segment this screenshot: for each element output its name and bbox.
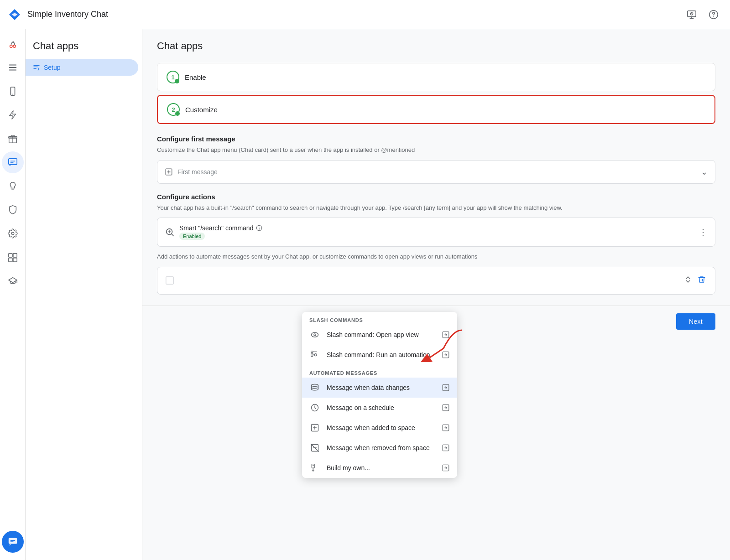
nav-chat-fab[interactable]: [2, 531, 24, 553]
svg-rect-12: [9, 70, 16, 71]
action-row-controls: [682, 274, 708, 288]
dropdown-schedule-label: Message on a schedule: [327, 404, 435, 411]
shield-icon: [8, 205, 18, 215]
cherry-icon: [8, 39, 18, 49]
add-actions-desc: Add actions to automate messages sent by…: [157, 252, 715, 261]
dropdown-data-changes-label: Message when data changes: [327, 384, 435, 391]
svg-point-34: [314, 354, 317, 356]
enabled-badge: Enabled: [179, 233, 205, 240]
chat-fab-icon: [8, 537, 18, 547]
step1-circle: 1: [167, 71, 179, 83]
bulb-icon: [8, 181, 18, 191]
svg-rect-19: [8, 254, 12, 257]
app-title: Simple Inventory Chat: [27, 10, 677, 19]
step1-number: 1: [171, 74, 174, 81]
main-content: Chat apps 1 Enable 2 Customize Configure…: [142, 29, 730, 560]
sidebar-item-setup[interactable]: Setup: [26, 59, 138, 76]
more-options-btn[interactable]: ⋮: [699, 227, 708, 238]
svg-rect-10: [9, 65, 16, 66]
svg-rect-32: [311, 353, 313, 357]
nav-icon-shield[interactable]: [2, 199, 24, 221]
first-message-title: Configure first message: [157, 135, 715, 143]
nav-icon-settings[interactable]: [2, 223, 24, 244]
settings-icon: [8, 228, 18, 239]
svg-point-36: [312, 384, 318, 387]
dropdown-menu: SLASH COMMANDS Slash command: Open app v…: [302, 312, 457, 478]
action-row-icon: [165, 275, 175, 285]
topbar: Simple Inventory Chat: [0, 0, 730, 29]
add-space-icon: [309, 423, 320, 432]
left-nav: [0, 29, 26, 560]
dropdown-item-data-changes[interactable]: Message when data changes: [302, 378, 457, 398]
arrow-right-box-icon3: [442, 404, 450, 412]
dropdown-item-open-app-view[interactable]: Slash command: Open app view: [302, 325, 457, 345]
smart-search-label: Smart "/search" command: [179, 224, 253, 232]
help-icon-btn[interactable]: [704, 5, 723, 24]
configure-actions-title: Configure actions: [157, 193, 715, 201]
svg-point-18: [11, 232, 14, 235]
main-layout: Chat apps Setup Chat apps 1 Enable 2: [0, 29, 730, 560]
svg-point-45: [313, 465, 314, 466]
nav-icon-education[interactable]: [2, 270, 24, 292]
first-message-placeholder: First message: [177, 168, 696, 176]
arrow-right-box-selected-icon: [442, 384, 450, 392]
next-button[interactable]: Next: [676, 313, 715, 330]
database-icon: [309, 383, 320, 392]
page-title: Chat apps: [142, 29, 730, 59]
setup-icon: [33, 64, 40, 71]
sidebar-title: Chat apps: [26, 36, 142, 59]
dropdown-item-auto-label: Slash command: Run an automation: [327, 351, 435, 358]
wrench-icon: [309, 463, 320, 472]
step1-check: [175, 79, 179, 83]
action-delete-btn[interactable]: [696, 274, 708, 288]
svg-point-8: [10, 45, 12, 48]
nav-icon-mobile[interactable]: [2, 80, 24, 102]
svg-point-7: [713, 16, 714, 16]
dropdown-removed-label: Message when removed from space: [327, 444, 435, 451]
sidebar-item-setup-label: Setup: [44, 64, 61, 71]
dropdown-added-label: Message when added to space: [327, 424, 435, 431]
svg-rect-20: [13, 254, 16, 257]
svg-point-30: [314, 334, 316, 336]
svg-rect-33: [311, 351, 313, 353]
step-customize-row[interactable]: 2 Customize: [157, 95, 715, 124]
eye-icon: [309, 330, 320, 339]
first-message-input[interactable]: First message ⌄: [157, 160, 715, 184]
dropdown-item-added-to-space[interactable]: Message when added to space: [302, 418, 457, 438]
nav-icon-bolt[interactable]: [2, 104, 24, 126]
bolt-icon: [8, 110, 18, 120]
smart-search-info: Smart "/search" command Enabled: [179, 224, 694, 240]
monitor-icon: [687, 10, 697, 20]
arrow-right-box-icon: [442, 331, 450, 339]
dropdown-item-schedule[interactable]: Message on a schedule: [302, 398, 457, 418]
chat-icon: [8, 157, 18, 167]
monitor-icon-btn[interactable]: [683, 5, 701, 24]
add-square-icon: [165, 168, 173, 176]
help-icon: [709, 10, 719, 20]
action-up-btn[interactable]: [682, 274, 694, 288]
svg-point-9: [13, 45, 15, 48]
dropdown-item-removed-from-space[interactable]: Message when removed from space: [302, 438, 457, 458]
automation-icon: [309, 350, 320, 359]
svg-rect-11: [9, 67, 16, 68]
step2-number: 2: [172, 106, 175, 113]
nav-icon-bulb[interactable]: [2, 175, 24, 197]
nav-icon-gift[interactable]: [2, 128, 24, 150]
nav-icon-cherry[interactable]: [2, 33, 24, 55]
nav-icon-list[interactable]: [2, 57, 24, 78]
nav-icon-gallery[interactable]: [2, 246, 24, 268]
svg-rect-28: [166, 277, 174, 285]
nav-icon-chat[interactable]: [2, 151, 24, 173]
dropdown-section2-label: AUTOMATED MESSAGES: [302, 365, 457, 378]
dropdown-build-own-label: Build my own...: [327, 464, 435, 472]
configure-actions-desc: Your chat app has a built-in "/search" c…: [157, 203, 715, 213]
dropdown-item-run-automation[interactable]: Slash command: Run an automation: [302, 345, 457, 365]
arrow-right-box-icon4: [442, 424, 450, 432]
step1-label: Enable: [185, 73, 206, 81]
step-enable-row[interactable]: 1 Enable: [157, 63, 715, 91]
svg-rect-17: [8, 159, 16, 165]
dropdown-item-build-own[interactable]: Build my own...: [302, 458, 457, 478]
mobile-icon: [8, 86, 18, 96]
svg-rect-21: [8, 258, 12, 262]
app-logo: [7, 7, 22, 22]
